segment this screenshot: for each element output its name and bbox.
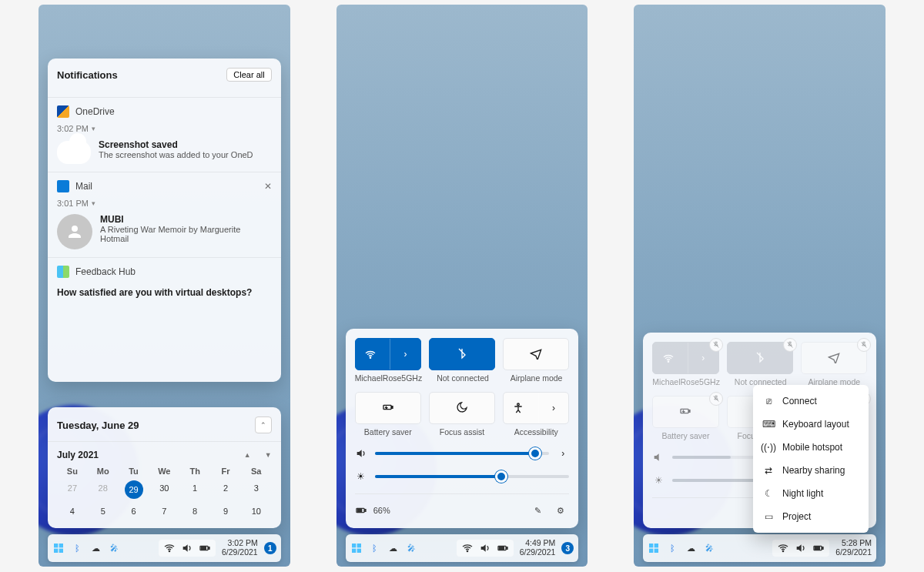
qs-tile-grid: › bbox=[355, 338, 570, 370]
svg-line-29 bbox=[713, 396, 718, 402]
calendar-day[interactable]: 1 bbox=[179, 480, 210, 499]
next-month-button[interactable]: ▼ bbox=[265, 451, 272, 459]
onedrive-tray-icon[interactable]: ☁ bbox=[387, 542, 400, 554]
notification-app-mail[interactable]: Mail ✕ bbox=[57, 180, 272, 192]
calendar-day[interactable]: 10 bbox=[241, 503, 272, 519]
onedrive-tray-icon[interactable]: ☁ bbox=[89, 542, 102, 554]
notification-badge[interactable]: 3 bbox=[561, 542, 574, 554]
calendar-day[interactable]: 6 bbox=[119, 503, 149, 519]
chevron-down-icon[interactable]: ▾ bbox=[92, 125, 95, 132]
calendar-day[interactable]: 27 bbox=[57, 480, 88, 499]
menu-icon: ☾ bbox=[762, 487, 775, 500]
ctx-item-connect[interactable]: ⎚Connect bbox=[753, 390, 869, 413]
qs-tile-wifi[interactable]: › bbox=[355, 338, 421, 370]
calendar-day[interactable]: 9 bbox=[210, 503, 241, 519]
focus-icon bbox=[456, 401, 468, 416]
unpin-icon[interactable] bbox=[783, 338, 797, 352]
qs-tile-wifi[interactable]: › bbox=[652, 342, 718, 374]
qs-tile-battery[interactable] bbox=[355, 392, 421, 424]
taskbar: ᛒ ☁ 🎤︎ 3:02 PM 6/29/2021 1 bbox=[48, 534, 281, 562]
brightness-slider[interactable] bbox=[375, 475, 570, 478]
unpin-icon[interactable] bbox=[709, 338, 723, 352]
onedrive-tray-icon[interactable]: ☁ bbox=[685, 542, 697, 554]
calendar-day[interactable]: 7 bbox=[149, 503, 179, 519]
airplane-icon bbox=[828, 351, 840, 366]
chevron-right-icon[interactable]: › bbox=[538, 393, 569, 423]
taskbar-clock[interactable]: 5:28 PM 6/29/2021 bbox=[835, 539, 872, 557]
qs-tile-battery[interactable] bbox=[652, 396, 718, 428]
wifi-icon bbox=[461, 542, 474, 554]
svg-point-39 bbox=[783, 550, 784, 551]
mic-icon[interactable]: 🎤︎ bbox=[406, 542, 418, 554]
volume-slider[interactable] bbox=[375, 452, 550, 455]
qs-tile-label: Battery saver bbox=[652, 431, 718, 440]
qs-tile-bt[interactable] bbox=[429, 338, 495, 370]
edit-qs-button[interactable]: ✎ bbox=[529, 502, 546, 519]
bluetooth-icon[interactable]: ᛒ bbox=[369, 542, 381, 554]
clear-all-button[interactable]: Clear all bbox=[226, 68, 271, 82]
chevron-right-icon[interactable]: › bbox=[390, 339, 420, 370]
notification-badge[interactable]: 1 bbox=[264, 542, 276, 554]
qs-tile-airplane[interactable] bbox=[801, 342, 867, 374]
notification-app-onedrive[interactable]: OneDrive bbox=[57, 105, 272, 118]
calendar-grid: SuMoTuWeThFrSa2728293012345678910 bbox=[57, 467, 272, 519]
calendar-day[interactable]: 4 bbox=[57, 503, 88, 519]
mic-icon[interactable]: 🎤︎ bbox=[108, 542, 120, 554]
chevron-down-icon[interactable]: ▾ bbox=[92, 199, 95, 207]
qs-tile-label: MichaelRose5GHz bbox=[652, 377, 720, 386]
calendar-day[interactable]: 28 bbox=[88, 480, 119, 499]
calendar-month-label[interactable]: July 2021 bbox=[57, 450, 99, 460]
notification-body[interactable]: Screenshot saved The screenshot was adde… bbox=[57, 139, 272, 164]
unpin-icon[interactable] bbox=[709, 392, 723, 406]
bluetooth-icon[interactable]: ᛒ bbox=[71, 542, 83, 554]
ctx-item-nearby-sharing[interactable]: ⇄Nearby sharing bbox=[753, 459, 869, 482]
calendar-day[interactable]: 8 bbox=[179, 503, 210, 519]
start-icon[interactable] bbox=[648, 542, 660, 554]
calendar-dow: Fr bbox=[210, 467, 241, 476]
qs-tile-access[interactable]: › bbox=[503, 392, 569, 424]
qs-labels-row: Battery saverFocus assistAccessibility bbox=[355, 424, 570, 437]
dismiss-notification-button[interactable]: ✕ bbox=[264, 181, 272, 192]
system-tray[interactable] bbox=[457, 540, 514, 557]
taskbar-clock[interactable]: 4:49 PM 6/29/2021 bbox=[520, 539, 556, 557]
battery-icon bbox=[382, 401, 394, 416]
brightness-slider-row: ☀ bbox=[355, 470, 570, 483]
settings-button[interactable]: ⚙ bbox=[552, 502, 569, 519]
ctx-item-mobile-hotspot[interactable]: ((⋅))Mobile hotspot bbox=[753, 436, 869, 459]
calendar-day[interactable]: 5 bbox=[88, 503, 119, 519]
collapse-calendar-button[interactable]: ⌃ bbox=[255, 416, 272, 433]
bluetooth-icon[interactable]: ᛒ bbox=[666, 542, 678, 554]
qs-tile-focus[interactable] bbox=[429, 392, 495, 424]
calendar-dow: Su bbox=[57, 467, 88, 476]
calendar-day[interactable]: 3 bbox=[241, 480, 272, 499]
calendar-day[interactable]: 30 bbox=[149, 480, 179, 499]
cloud-icon bbox=[57, 141, 91, 164]
volume-slider-row: › bbox=[355, 447, 570, 460]
system-tray[interactable] bbox=[159, 540, 216, 557]
calendar-day[interactable]: 2 bbox=[210, 480, 241, 499]
system-tray[interactable] bbox=[772, 540, 829, 557]
svg-rect-21 bbox=[506, 547, 507, 550]
svg-point-23 bbox=[668, 361, 668, 362]
qs-tile-bt[interactable] bbox=[727, 342, 793, 374]
notification-body[interactable]: MUBI A Riveting War Memoir by Marguerite… bbox=[57, 214, 272, 249]
ctx-item-keyboard-layout[interactable]: ⌨Keyboard layout bbox=[753, 413, 869, 436]
qs-tile-label: Not connected bbox=[430, 373, 496, 383]
airplane-icon bbox=[530, 347, 542, 362]
volume-icon bbox=[181, 542, 193, 554]
qs-tile-airplane[interactable] bbox=[503, 338, 569, 370]
mic-icon[interactable]: 🎤︎ bbox=[703, 542, 715, 554]
menu-label: Mobile hotspot bbox=[782, 442, 842, 453]
quick-settings-panel: › MichaelRose5GHzNot connectedAirplane m… bbox=[346, 329, 579, 528]
taskbar-clock[interactable]: 3:02 PM 6/29/2021 bbox=[222, 539, 258, 557]
unpin-icon[interactable] bbox=[857, 338, 871, 352]
start-icon[interactable] bbox=[350, 542, 363, 554]
ctx-item-project[interactable]: ▭Project bbox=[753, 505, 869, 528]
calendar-day[interactable]: 29 bbox=[125, 480, 143, 499]
ctx-item-night-light[interactable]: ☾Night light bbox=[753, 482, 869, 505]
svg-point-4 bbox=[169, 550, 169, 551]
notification-app-feedbackhub[interactable]: Feedback Hub bbox=[57, 266, 272, 278]
output-chevron-icon[interactable]: › bbox=[557, 447, 569, 460]
prev-month-button[interactable]: ▲ bbox=[244, 451, 251, 459]
start-icon[interactable] bbox=[52, 542, 65, 554]
